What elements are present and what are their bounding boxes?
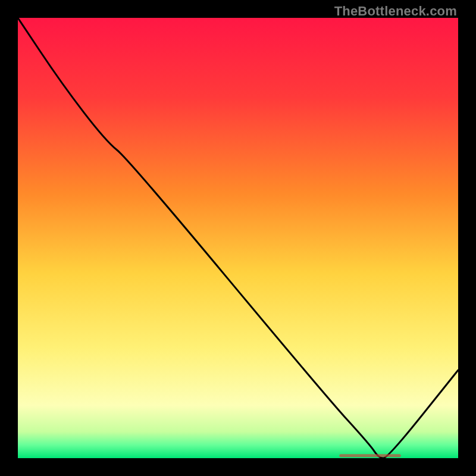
chart-stage: TheBottleneck.com	[0, 0, 476, 476]
curve-layer	[18, 18, 458, 458]
optimal-band-marker	[339, 454, 401, 457]
watermark-label: TheBottleneck.com	[334, 4, 457, 19]
bottleneck-curve-path	[18, 18, 458, 458]
plot-area	[18, 18, 458, 458]
